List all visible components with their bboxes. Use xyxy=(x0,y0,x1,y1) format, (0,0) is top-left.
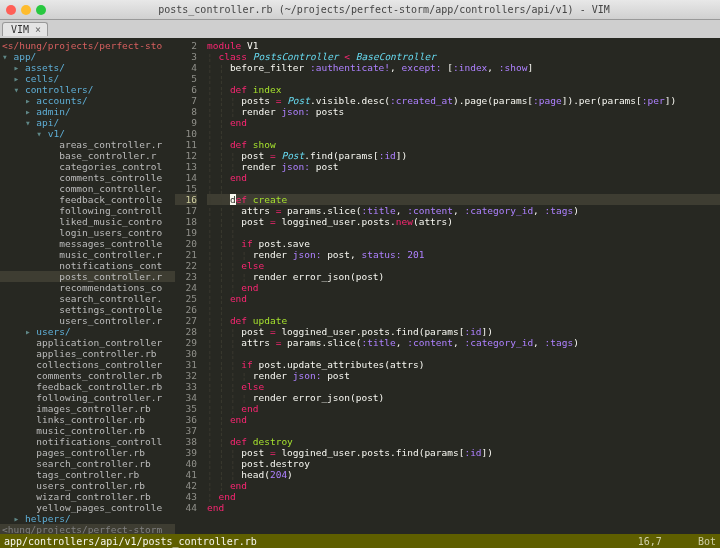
tree-file[interactable]: messages_controlle xyxy=(0,238,175,249)
tree-file[interactable]: collections_controller xyxy=(0,359,175,370)
tree-file[interactable]: notifications_controll xyxy=(0,436,175,447)
code-line[interactable]: ¦ ¦ ¦ if post.save xyxy=(207,238,720,249)
scroll-position: Bot xyxy=(698,536,716,547)
tree-file[interactable]: following_controll xyxy=(0,205,175,216)
tab-vim[interactable]: VIM × xyxy=(2,22,48,36)
tree-file[interactable]: notifications_cont xyxy=(0,260,175,271)
tree-dir[interactable]: ▸ assets/ xyxy=(0,62,175,73)
code-line[interactable]: ¦ ¦ ¦ ¦ render error_json(post) xyxy=(207,392,720,403)
code-line[interactable]: ¦ ¦ end xyxy=(207,117,720,128)
code-line[interactable]: ¦ ¦ before_filter :authenticate!, except… xyxy=(207,62,720,73)
tree-file[interactable]: music_controller.rb xyxy=(0,425,175,436)
tree-file[interactable]: liked_music_contro xyxy=(0,216,175,227)
tree-dir[interactable]: ▸ admin/ xyxy=(0,106,175,117)
tree-file[interactable]: search_controller. xyxy=(0,293,175,304)
tree-dir[interactable]: ▸ helpers/ xyxy=(0,513,175,524)
code-line[interactable]: ¦ ¦ ¦ ¦ render json: post xyxy=(207,370,720,381)
code-line[interactable]: end xyxy=(207,502,720,513)
line-number-gutter: 2345678910111213141516171819202122232425… xyxy=(175,38,203,534)
code-line[interactable]: ¦ ¦ ¦ xyxy=(207,348,720,359)
tree-file[interactable]: comments_controller.rb xyxy=(0,370,175,381)
code-line[interactable]: ¦ ¦ ¦ attrs = params.slice(:title, :cont… xyxy=(207,337,720,348)
code-line[interactable]: ¦ ¦ end xyxy=(207,293,720,304)
code-line[interactable]: ¦ ¦ xyxy=(207,128,720,139)
code-line[interactable]: ¦ ¦ def destroy xyxy=(207,436,720,447)
tree-file[interactable]: tags_controller.rb xyxy=(0,469,175,480)
tree-dir[interactable]: ▸ accounts/ xyxy=(0,95,175,106)
code-line[interactable]: ¦ ¦ ¦ else xyxy=(207,381,720,392)
code-line[interactable]: ¦ ¦ end xyxy=(207,414,720,425)
code-line[interactable]: ¦ ¦ ¦ posts = Post.visible.desc(:created… xyxy=(207,95,720,106)
close-window-icon[interactable] xyxy=(6,5,16,15)
code-line[interactable]: ¦ ¦ ¦ post = loggined_user.posts.find(pa… xyxy=(207,447,720,458)
code-line[interactable]: ¦ ¦ ¦ attrs = params.slice(:title, :cont… xyxy=(207,205,720,216)
tree-dir[interactable]: ▾ controllers/ xyxy=(0,84,175,95)
code-line[interactable]: ¦ ¦ ¦ end xyxy=(207,282,720,293)
code-line[interactable]: ¦ end xyxy=(207,491,720,502)
editor-area: <s/hung/projects/perfect-sto▾ app/ ▸ ass… xyxy=(0,38,720,534)
code-line[interactable]: ¦ ¦ ¦ post.destroy xyxy=(207,458,720,469)
line-number: 3 xyxy=(175,51,197,62)
code-line[interactable]: ¦ ¦ def index xyxy=(207,84,720,95)
tree-file[interactable]: posts_controller.r xyxy=(0,271,175,282)
code-line[interactable]: ¦ ¦ ¦ render json: post xyxy=(207,161,720,172)
tree-file[interactable]: base_controller.r xyxy=(0,150,175,161)
code-line[interactable]: ¦ ¦ ¦ post = loggined_user.posts.find(pa… xyxy=(207,326,720,337)
code-line[interactable]: ¦ ¦ ¦ xyxy=(207,227,720,238)
tree-file[interactable]: categories_control xyxy=(0,161,175,172)
tree-file[interactable]: applies_controller.rb xyxy=(0,348,175,359)
tree-file[interactable]: settings_controlle xyxy=(0,304,175,315)
tree-dir[interactable]: ▾ app/ xyxy=(0,51,175,62)
code-line[interactable]: ¦ ¦ def create xyxy=(207,194,720,205)
line-number: 32 xyxy=(175,370,197,381)
code-line[interactable]: ¦ class PostsController < BaseController xyxy=(207,51,720,62)
code-line[interactable]: ¦ ¦ xyxy=(207,183,720,194)
tree-file[interactable]: feedback_controller.rb xyxy=(0,381,175,392)
tree-dir[interactable]: ▾ v1/ xyxy=(0,128,175,139)
code-line[interactable]: ¦ ¦ end xyxy=(207,172,720,183)
tree-file[interactable]: images_controller.rb xyxy=(0,403,175,414)
code-line[interactable]: ¦ ¦ ¦ if post.update_attributes(attrs) xyxy=(207,359,720,370)
code-line[interactable]: ¦ ¦ ¦ end xyxy=(207,403,720,414)
code-line[interactable]: ¦ ¦ end xyxy=(207,480,720,491)
code-line[interactable]: ¦ ¦ ¦ ¦ render error_json(post) xyxy=(207,271,720,282)
tree-dir[interactable]: ▾ api/ xyxy=(0,117,175,128)
tree-file[interactable]: music_controller.r xyxy=(0,249,175,260)
tree-file[interactable]: users_controller.r xyxy=(0,315,175,326)
vim-statusbar: app/controllers/api/v1/posts_controller.… xyxy=(0,534,720,548)
nerdtree-sidebar[interactable]: <s/hung/projects/perfect-sto▾ app/ ▸ ass… xyxy=(0,38,175,534)
tree-dir[interactable]: ▸ cells/ xyxy=(0,73,175,84)
code-line[interactable]: ¦ ¦ def update xyxy=(207,315,720,326)
tree-file[interactable]: users_controller.rb xyxy=(0,480,175,491)
zoom-window-icon[interactable] xyxy=(36,5,46,15)
code-line[interactable]: ¦ ¦ xyxy=(207,304,720,315)
tree-file[interactable]: application_controller xyxy=(0,337,175,348)
code-line[interactable]: ¦ ¦ ¦ render json: posts xyxy=(207,106,720,117)
tree-file[interactable]: recommendations_co xyxy=(0,282,175,293)
code-line[interactable]: ¦ ¦ ¦ ¦ render json: post, status: 201 xyxy=(207,249,720,260)
tree-file[interactable]: yellow_pages_controlle xyxy=(0,502,175,513)
code-line[interactable]: ¦ ¦ xyxy=(207,73,720,84)
tree-file[interactable]: areas_controller.r xyxy=(0,139,175,150)
code-pane[interactable]: module V1¦ class PostsController < BaseC… xyxy=(203,38,720,534)
tree-file[interactable]: login_users_contro xyxy=(0,227,175,238)
tree-file[interactable]: pages_controller.rb xyxy=(0,447,175,458)
line-number: 6 xyxy=(175,84,197,95)
code-line[interactable]: ¦ ¦ ¦ else xyxy=(207,260,720,271)
tree-file[interactable]: following_controller.r xyxy=(0,392,175,403)
tree-file[interactable]: search_controller.rb xyxy=(0,458,175,469)
code-line[interactable]: ¦ ¦ ¦ post = Post.find(params[:id]) xyxy=(207,150,720,161)
tree-file[interactable]: comments_controlle xyxy=(0,172,175,183)
code-line[interactable]: module V1 xyxy=(207,40,720,51)
minimize-window-icon[interactable] xyxy=(21,5,31,15)
tree-file[interactable]: common_controller. xyxy=(0,183,175,194)
code-line[interactable]: ¦ ¦ xyxy=(207,425,720,436)
code-line[interactable]: ¦ ¦ def show xyxy=(207,139,720,150)
tree-file[interactable]: feedback_controlle xyxy=(0,194,175,205)
close-icon[interactable]: × xyxy=(35,24,41,35)
code-line[interactable]: ¦ ¦ ¦ head(204) xyxy=(207,469,720,480)
code-line[interactable]: ¦ ¦ ¦ post = loggined_user.posts.new(att… xyxy=(207,216,720,227)
tree-dir[interactable]: ▸ users/ xyxy=(0,326,175,337)
tree-file[interactable]: links_controller.rb xyxy=(0,414,175,425)
tree-file[interactable]: wizard_controller.rb xyxy=(0,491,175,502)
